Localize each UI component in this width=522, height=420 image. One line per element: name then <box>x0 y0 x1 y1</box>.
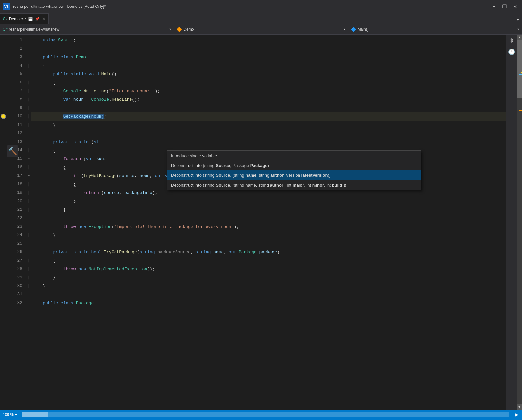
ln-22: 22 <box>7 214 22 222</box>
yellow-indicator <box>1 114 6 119</box>
ln-2: 2 <box>7 44 22 53</box>
fold-11: │ <box>26 121 31 129</box>
project-name: resharper-ultimate-whatsnew <box>9 27 59 32</box>
fold-32-icon[interactable]: − <box>28 301 30 305</box>
ln-28: 28 <box>7 265 22 273</box>
fold-13[interactable]: − <box>26 138 31 146</box>
resharper-hammer[interactable]: 🔨 <box>7 145 18 157</box>
code-line-30: } <box>31 282 506 290</box>
fold-15-icon[interactable]: − <box>28 157 30 161</box>
fold-5[interactable]: − <box>26 70 31 78</box>
ln-27: 27 <box>7 256 22 265</box>
fold-31 <box>26 290 31 299</box>
close-button[interactable]: ✕ <box>510 3 519 10</box>
title-bar: VS resharper-ultimate-whatsnew - Demo.cs… <box>0 0 522 13</box>
method-arrow: ▾ <box>517 27 519 31</box>
project-dropdown[interactable]: C# resharper-ultimate-whatsnew ▾ <box>0 24 174 34</box>
tab-scroll[interactable]: ▾ <box>514 16 522 24</box>
fold-26[interactable]: − <box>26 248 31 256</box>
ln-11: 11 <box>7 121 22 129</box>
completion-item-4[interactable]: Deconstruct into (string Source, (string… <box>167 180 421 190</box>
fold-3-icon[interactable]: − <box>28 55 30 59</box>
right-toolbar: ⇕ 🕐 <box>506 35 517 410</box>
scrollbar-yellow-marker <box>521 72 522 73</box>
completion-item-3[interactable]: Deconstruct into (string Source, (string… <box>167 170 421 180</box>
fold-21: │ <box>26 205 31 214</box>
tab-democs[interactable]: C# Demo.cs* 💾 📌 ✕ <box>0 13 49 24</box>
fold-29: │ <box>26 273 31 282</box>
fold-5-icon[interactable]: − <box>28 72 30 76</box>
h-scrollbar-thumb[interactable] <box>22 412 48 417</box>
code-line-8: var noun = Console . ReadLine (); <box>31 95 506 104</box>
code-line-28: throw new NotImplementedException (); <box>31 265 506 273</box>
ind-6 <box>0 78 7 87</box>
completion-text-2: Deconstruct into (string Source, Package… <box>171 163 269 168</box>
fold-18: │ <box>26 180 31 188</box>
code-line-29: } <box>31 273 506 282</box>
scroll-up-button[interactable]: ▲ <box>517 35 522 40</box>
horizontal-scrollbar[interactable] <box>22 412 509 417</box>
ln-21: 21 <box>7 205 22 214</box>
code-line-23: throw new Exception ( "Impossible! There… <box>31 222 506 231</box>
code-editor[interactable]: using System ; public class Demo { publi… <box>31 35 506 410</box>
fold-17[interactable]: − <box>26 172 31 180</box>
fold-25 <box>26 239 31 248</box>
zoom-control[interactable]: 100 % ▾ <box>3 412 17 417</box>
completion-item-2[interactable]: Deconstruct into (string Source, Package… <box>167 160 421 170</box>
ln-25: 25 <box>7 239 22 248</box>
code-line-7: Console . WriteLine ( "Enter any noun: "… <box>31 87 506 95</box>
scroll-down-button[interactable]: ▼ <box>517 404 522 410</box>
code-line-26: private static bool TryGetPackage ( stri… <box>31 248 506 256</box>
fold-32[interactable]: − <box>26 299 31 307</box>
code-line-4: { <box>31 61 506 70</box>
fold-14: │ <box>26 146 31 155</box>
code-line-11: } <box>31 121 506 129</box>
window-title: resharper-ultimate-whatsnew - Demo.cs [R… <box>13 4 487 9</box>
fold-9: │ <box>26 104 31 112</box>
class-dropdown[interactable]: 🔶 Demo ▾ <box>174 24 348 34</box>
tab-pin-icon: 📌 <box>35 17 40 21</box>
fold-23 <box>26 222 31 231</box>
ln-4: 4 <box>7 61 22 70</box>
scrollbar-thumb[interactable] <box>517 40 522 98</box>
zoom-arrow: ▾ <box>15 412 17 417</box>
ln-24: 24 <box>7 231 22 239</box>
ln-20: 20 <box>7 197 22 205</box>
code-line-27: { <box>31 256 506 265</box>
tab-bar: C# Demo.cs* 💾 📌 ✕ ▾ <box>0 13 522 24</box>
selected-getpackage: GetPackage(noun) <box>63 114 104 119</box>
vertical-scrollbar[interactable]: ▲ ▼ <box>517 35 522 410</box>
code-line-22 <box>31 214 506 222</box>
method-dropdown[interactable]: 🔷 Main() ▾ <box>348 24 522 34</box>
class-name: Demo <box>183 27 194 32</box>
ind-4 <box>0 61 7 70</box>
code-line-24: } <box>31 231 506 239</box>
completion-item-1[interactable]: Introduce single variable <box>167 151 421 160</box>
code-line-10: GetPackage(noun) ; <box>31 112 506 121</box>
ind-2 <box>0 44 7 53</box>
fold-8: │ <box>26 95 31 104</box>
split-button[interactable]: ⇕ <box>508 36 515 46</box>
history-button[interactable]: 🕐 <box>507 47 516 57</box>
fold-3[interactable]: − <box>26 53 31 61</box>
fold-26-icon[interactable]: − <box>28 250 30 254</box>
fold-27: │ <box>26 256 31 265</box>
completion-text-3: Deconstruct into (string Source, (string… <box>171 173 330 178</box>
code-line-9 <box>31 104 506 112</box>
minimize-button[interactable]: − <box>489 3 499 10</box>
tab-label: Demo.cs* <box>9 17 26 21</box>
code-line-32: public class Package <box>31 299 506 307</box>
tab-close-button[interactable]: ✕ <box>42 16 46 22</box>
code-line-21: } <box>31 205 506 214</box>
fold-13-icon[interactable]: − <box>28 140 30 144</box>
fold-17-icon[interactable]: − <box>28 174 30 178</box>
code-line-5: public static void Main () <box>31 70 506 78</box>
h-scroll-right[interactable]: ▶ <box>514 412 519 417</box>
restore-button[interactable]: ❐ <box>500 3 509 10</box>
ln-23: 23 <box>7 222 22 231</box>
ln-17: 17 <box>7 172 22 180</box>
project-arrow: ▾ <box>169 27 171 31</box>
fold-15[interactable]: − <box>26 155 31 163</box>
scrollbar-track[interactable] <box>517 40 522 404</box>
fold-24: │ <box>26 231 31 239</box>
